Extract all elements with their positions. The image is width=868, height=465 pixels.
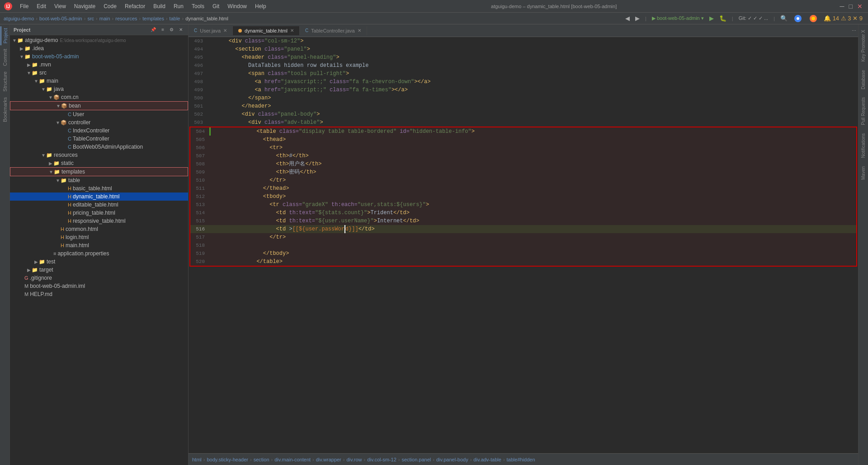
tree-main-html[interactable]: ▶ H main.html <box>10 241 188 249</box>
tree-idea[interactable]: ▶ 📁 .idea <box>10 44 188 52</box>
sbc-div-wrapper[interactable]: div.wrapper <box>316 457 341 462</box>
tab-dynamic-table-close[interactable]: ✕ <box>290 28 294 33</box>
menu-refactor[interactable]: Refactor <box>121 2 149 10</box>
forward-button[interactable]: ▶ <box>633 14 642 23</box>
search-button[interactable]: 🔍 <box>778 14 789 23</box>
tab-dynamic-table[interactable]: dynamic_table.html ✕ <box>233 26 300 35</box>
mvn-folder-icon: 📁 <box>32 62 38 68</box>
menu-run[interactable]: Run <box>170 2 187 10</box>
minimize-button[interactable]: ─ <box>838 2 846 11</box>
tab-table-controller[interactable]: C TableController.java ✕ <box>300 26 367 35</box>
tree-table-controller[interactable]: ▶ C TableController <box>10 135 188 143</box>
menu-edit[interactable]: Edit <box>33 2 50 10</box>
sbc-div-panel-body[interactable]: div.panel-body <box>436 457 468 462</box>
close-button[interactable]: ✕ <box>855 2 864 11</box>
key-promoter-button[interactable]: Key Promoter X <box>859 26 867 66</box>
tree-module[interactable]: ▼ 📁 boot-web-05-admin <box>10 52 188 61</box>
tree-target[interactable]: ▶ 📁 target <box>10 266 188 274</box>
structure-button[interactable]: Structure <box>1 70 9 94</box>
pull-requests-button[interactable]: Pull Requests <box>859 94 867 129</box>
bc-resources[interactable]: resources <box>115 16 137 21</box>
sbc-section-panel[interactable]: section.panel <box>401 457 431 462</box>
code-line-507: 507 <th>#</th> <box>190 152 856 160</box>
tab-user-java-close[interactable]: ✕ <box>223 28 227 33</box>
commit-button[interactable]: Commit <box>1 47 9 68</box>
tree-main[interactable]: ▼ 📁 main <box>10 77 188 85</box>
sidebar-collapse-button[interactable]: ≡ <box>160 26 166 33</box>
tree-src[interactable]: ▼ 📁 src <box>10 69 188 77</box>
tree-common[interactable]: ▶ H common.html <box>10 225 188 233</box>
tree-iml[interactable]: ▶ M boot-web-05-admin.iml <box>10 282 188 290</box>
tree-app-props[interactable]: ▶ ≡ application.properties <box>10 249 188 258</box>
run-button[interactable]: ▶ <box>708 14 716 23</box>
tab-user-java[interactable]: C User.java ✕ <box>189 26 233 35</box>
tab-table-ctrl-label: TableController.java <box>311 28 355 33</box>
tab-table-ctrl-close[interactable]: ✕ <box>358 28 361 33</box>
tree-login[interactable]: ▶ H login.html <box>10 233 188 241</box>
bookmarks-button[interactable]: Bookmarks <box>1 95 9 124</box>
sbc-div-row[interactable]: div.row <box>346 457 362 462</box>
maven-button[interactable]: Maven <box>859 163 867 183</box>
tree-resources[interactable]: ▼ 📁 resources <box>10 151 188 159</box>
bc-table[interactable]: table <box>170 16 180 21</box>
tree-mvn[interactable]: ▶ 📁 .mvn <box>10 61 188 69</box>
run-config-selector[interactable]: ▶ boot-web-05-admin ▾ <box>650 14 706 22</box>
tree-basic-table[interactable]: ▶ H basic_table.html <box>10 184 188 193</box>
code-editor[interactable]: 493 <div class="col-sm-12"> 494 <section… <box>189 37 858 453</box>
tree-index-controller[interactable]: ▶ C IndexController <box>10 127 188 135</box>
bc-src[interactable]: src <box>87 16 94 21</box>
project-panel-button[interactable]: Project <box>0 26 9 45</box>
menu-tools[interactable]: Tools <box>188 2 208 10</box>
main-html-icon: H <box>61 243 64 248</box>
menu-view[interactable]: View <box>51 2 70 10</box>
tree-java[interactable]: ▼ 📁 java <box>10 85 188 93</box>
tree-pricing-table[interactable]: ▶ H pricing_table.html <box>10 209 188 217</box>
bc-project[interactable]: atguigu-demo <box>4 16 34 21</box>
sbc-section[interactable]: section <box>254 457 269 462</box>
sbc-table-hidden[interactable]: table#hidden <box>507 457 535 462</box>
menu-build[interactable]: Build <box>150 2 169 10</box>
sidebar-settings-button[interactable]: ⚙ <box>168 26 175 33</box>
debug-button[interactable]: 🐛 <box>717 14 728 23</box>
tree-comcn[interactable]: ▼ 📦 com.cn <box>10 93 188 101</box>
sidebar-pin-button[interactable]: 📌 <box>149 26 158 33</box>
tree-user-class[interactable]: ▶ C User <box>10 110 188 118</box>
bc-templates[interactable]: templates <box>142 16 164 21</box>
bc-main[interactable]: main <box>99 16 110 21</box>
tree-bean[interactable]: ▼ 📦 bean <box>10 101 188 110</box>
tree-test[interactable]: ▶ 📁 test <box>10 258 188 266</box>
sbc-html[interactable]: html <box>192 457 202 462</box>
tree-static[interactable]: ▶ 📁 static <box>10 159 188 167</box>
notifications-button[interactable]: 🔔 14 ⚠ 3 ✕ 9 <box>822 14 864 23</box>
maximize-button[interactable]: □ <box>847 2 854 11</box>
notifications-panel-button[interactable]: Notifications <box>859 130 867 161</box>
tree-root[interactable]: ▼ 📁 atguigu-demo E:\idea-workspace\atgui… <box>10 36 188 44</box>
back-button[interactable]: ◀ <box>623 14 632 23</box>
menu-help[interactable]: Help <box>251 2 270 10</box>
sbc-div-adv-table[interactable]: div.adv-table <box>473 457 501 462</box>
database-button[interactable]: Database <box>859 66 867 93</box>
menu-file[interactable]: File <box>16 2 32 10</box>
folder-icon: 📁 <box>17 38 24 43</box>
sidebar-close-button[interactable]: ✕ <box>177 26 184 33</box>
tree-responsive-table[interactable]: ▶ H responsive_table.html <box>10 217 188 225</box>
tree-dynamic-table[interactable]: ▶ H dynamic_table.html <box>10 193 188 201</box>
tab-more-button[interactable]: ⋯ <box>850 27 858 34</box>
sbc-body[interactable]: body.sticky-header <box>207 457 248 462</box>
sbc-div-col[interactable]: div.col-sm-12 <box>367 457 396 462</box>
menu-navigate[interactable]: Navigate <box>71 2 99 10</box>
tree-templates[interactable]: ▼ 📁 templates <box>10 167 188 176</box>
tree-help-md[interactable]: ▶ M HELP.md <box>10 290 188 298</box>
tree-table-folder[interactable]: ▼ 📁 table <box>10 176 188 184</box>
menu-code[interactable]: Code <box>100 2 120 10</box>
git-status-button[interactable]: Git: ✓ ✓ ✓ ... <box>737 14 770 22</box>
tree-boot-app[interactable]: ▶ C BootWeb05AdminApplication <box>10 143 188 151</box>
menu-git[interactable]: Git <box>209 2 223 10</box>
module-folder-icon: 📁 <box>24 54 31 60</box>
tree-gitignore[interactable]: ▶ G .gitignore <box>10 274 188 282</box>
bc-module[interactable]: boot-web-05-admin <box>39 16 82 21</box>
tree-controller[interactable]: ▼ 📦 controller <box>10 118 188 127</box>
tree-editable-table[interactable]: ▶ H editable_table.html <box>10 201 188 209</box>
sbc-div-main[interactable]: div.main-content <box>274 457 311 462</box>
menu-window[interactable]: Window <box>224 2 250 10</box>
